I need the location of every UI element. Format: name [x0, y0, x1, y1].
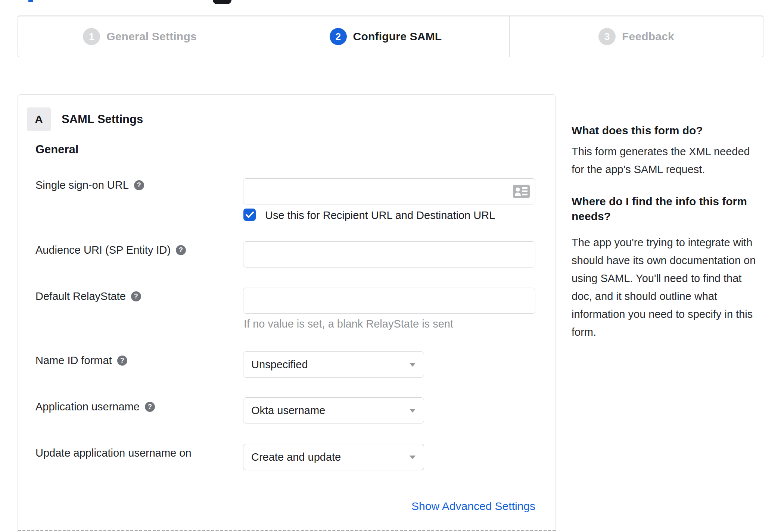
sso-url-label: Single sign-on URL: [35, 179, 129, 191]
sso-url-input-wrap: [243, 178, 535, 204]
contact-card-icon: [513, 185, 530, 198]
sso-url-label-row: Single sign-on URL ?: [35, 179, 144, 191]
nameid-format-help-icon[interactable]: ?: [117, 356, 127, 366]
help-body-what: This form generates the XML needed for t…: [572, 143, 760, 178]
sso-url-help-icon[interactable]: ?: [134, 180, 144, 190]
relaystate-hint: If no value is set, a blank RelayState i…: [244, 318, 453, 330]
audience-uri-help-icon[interactable]: ?: [176, 245, 186, 255]
step-1-number-badge: 1: [83, 28, 100, 45]
step-configure-saml[interactable]: 2 Configure SAML: [262, 16, 509, 57]
app-username-label-row: Application username ?: [35, 400, 155, 413]
help-heading-what: What does this form do?: [572, 123, 760, 138]
update-username-label: Update application username on: [35, 447, 192, 459]
relaystate-help-icon[interactable]: ?: [131, 291, 141, 301]
general-section-heading: General: [35, 143, 78, 156]
help-body-where: The app you're trying to integrate with …: [572, 234, 762, 341]
panel-title: SAML Settings: [62, 113, 143, 126]
recipient-url-checkbox[interactable]: [243, 209, 256, 221]
app-username-select[interactable]: Okta username: [243, 397, 424, 423]
update-username-value: Create and update: [251, 451, 341, 463]
nameid-format-select[interactable]: Unspecified: [243, 351, 424, 378]
audience-uri-input[interactable]: [243, 241, 535, 267]
step-general-settings[interactable]: 1 General Settings: [18, 16, 262, 57]
app-username-label: Application username: [35, 401, 140, 413]
recipient-url-checkbox-label: Use this for Recipient URL and Destinati…: [265, 209, 495, 222]
cutoff-header-icon: [213, 0, 231, 4]
update-username-label-row: Update application username on: [35, 447, 192, 459]
relaystate-label: Default RelayState: [35, 290, 126, 303]
step-2-label: Configure SAML: [353, 30, 442, 43]
checkmark-icon: [246, 212, 254, 218]
section-a-badge: A: [27, 107, 51, 131]
sso-url-input[interactable]: [243, 178, 535, 204]
cutoff-title-accent: [28, 0, 33, 2]
nameid-format-value: Unspecified: [251, 359, 308, 371]
dropdown-caret-icon: [410, 409, 416, 413]
step-1-label: General Settings: [106, 30, 197, 43]
nameid-format-label: Name ID format: [35, 354, 112, 367]
audience-uri-label: Audience URI (SP Entity ID): [35, 244, 171, 256]
relaystate-label-row: Default RelayState ?: [35, 290, 141, 303]
dropdown-caret-icon: [410, 456, 416, 459]
section-dashed-divider: [18, 530, 556, 531]
audience-uri-label-row: Audience URI (SP Entity ID) ?: [35, 244, 186, 256]
step-3-number-badge: 3: [598, 28, 616, 45]
nameid-format-label-row: Name ID format ?: [35, 354, 127, 367]
app-username-value: Okta username: [251, 404, 325, 417]
step-2-number-badge: 2: [330, 28, 347, 45]
step-3-label: Feedback: [622, 30, 674, 43]
show-advanced-settings-link[interactable]: Show Advanced Settings: [411, 500, 535, 513]
wizard-stepper: 1 General Settings 2 Configure SAML 3 Fe…: [18, 16, 763, 57]
help-heading-where: Where do I find the info this form needs…: [572, 194, 751, 224]
app-username-help-icon[interactable]: ?: [145, 402, 155, 412]
dropdown-caret-icon: [410, 363, 416, 367]
relaystate-input[interactable]: [243, 288, 535, 314]
configure-saml-page: 1 General Settings 2 Configure SAML 3 Fe…: [0, 0, 781, 532]
step-feedback[interactable]: 3 Feedback: [509, 16, 763, 57]
update-username-select[interactable]: Create and update: [243, 444, 424, 470]
